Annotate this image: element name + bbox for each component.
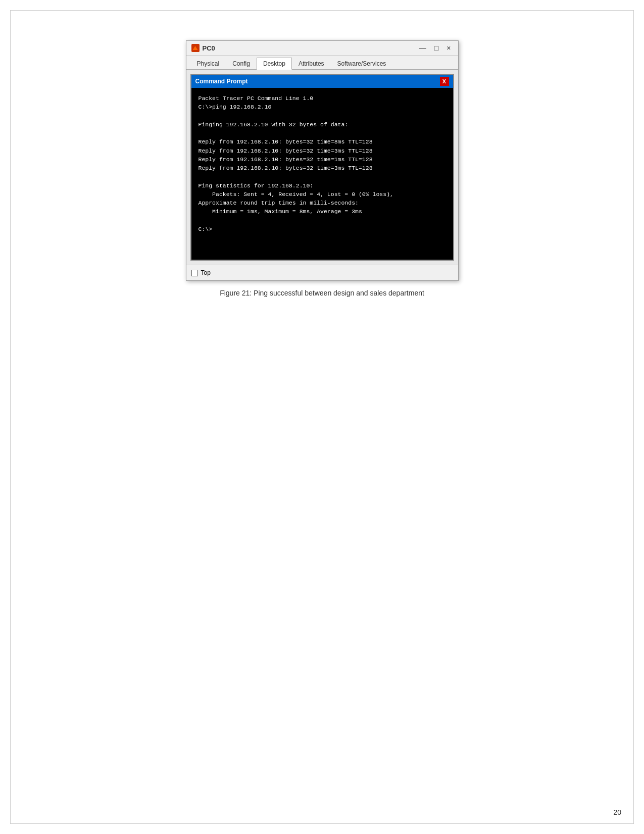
tab-desktop[interactable]: Desktop xyxy=(257,58,292,70)
page-number: 20 xyxy=(613,808,621,816)
page-border xyxy=(10,10,634,824)
